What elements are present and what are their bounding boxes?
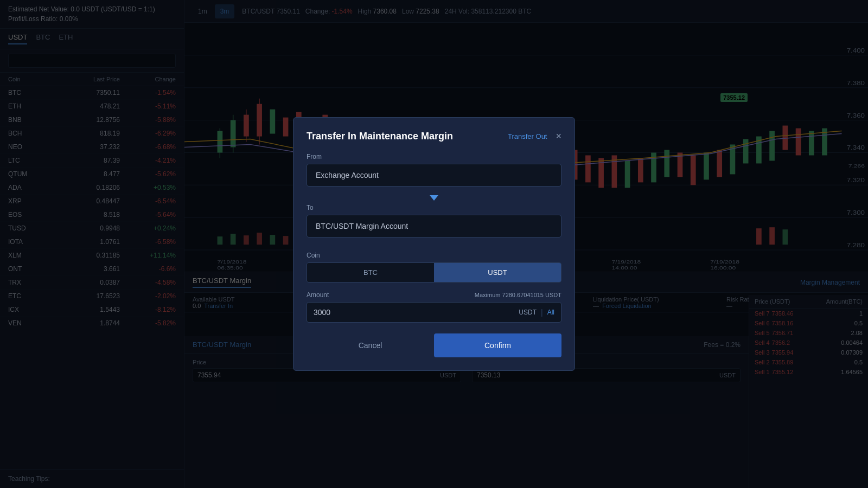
amount-input-wrap: USDT | All — [307, 302, 561, 323]
amount-unit: USDT — [519, 309, 537, 316]
modal-overlay: Transfer In Maintenance Margin Transfer … — [0, 0, 868, 488]
max-amount: Maximum 7280.67041015 USDT — [475, 292, 561, 298]
from-field: From Exchange Account — [307, 153, 561, 187]
transfer-out-link[interactable]: Transfer Out — [508, 132, 547, 140]
transfer-modal: Transfer In Maintenance Margin Transfer … — [293, 117, 575, 371]
modal-close-button[interactable]: × — [556, 131, 561, 142]
direction-arrow-icon — [430, 195, 438, 201]
amount-divider: | — [541, 308, 543, 317]
modal-title: Transfer In Maintenance Margin — [307, 131, 453, 142]
arrow-down-wrap — [307, 192, 561, 204]
to-label: To — [307, 204, 561, 211]
amount-label: Amount — [307, 291, 329, 299]
coin-usdt-button[interactable]: USDT — [434, 263, 561, 282]
all-link[interactable]: All — [547, 309, 554, 316]
modal-buttons: Cancel Confirm — [307, 333, 561, 357]
coin-selector: BTC USDT — [307, 262, 561, 282]
cancel-button[interactable]: Cancel — [307, 333, 434, 357]
amount-section: Amount Maximum 7280.67041015 USDT USDT |… — [307, 291, 561, 323]
amount-input[interactable] — [314, 308, 519, 317]
coin-label: Coin — [307, 252, 561, 259]
modal-header-right: Transfer Out × — [508, 131, 561, 142]
amount-label-row: Amount Maximum 7280.67041015 USDT — [307, 291, 561, 299]
modal-header: Transfer In Maintenance Margin Transfer … — [307, 131, 561, 142]
to-field: To BTC/USDT Margin Account — [307, 204, 561, 237]
from-value: Exchange Account — [307, 164, 561, 187]
coin-btc-button[interactable]: BTC — [307, 263, 434, 282]
from-label: From — [307, 153, 561, 160]
confirm-button[interactable]: Confirm — [434, 333, 561, 357]
to-value: BTC/USDT Margin Account — [307, 215, 561, 237]
